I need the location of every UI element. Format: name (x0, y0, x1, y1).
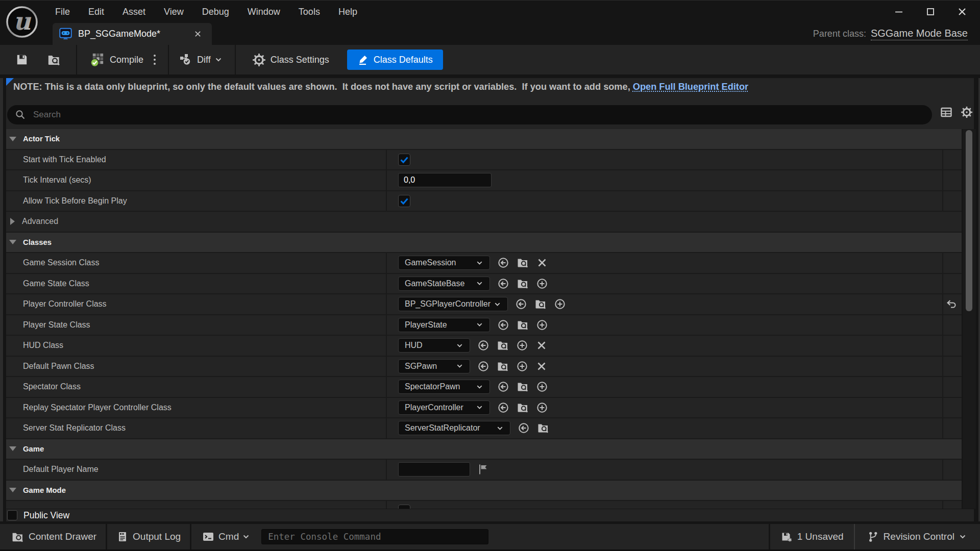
browse-asset-icon[interactable] (517, 319, 529, 331)
flag-icon[interactable] (477, 463, 489, 475)
collapse-arrow-icon[interactable] (9, 240, 16, 244)
browse-asset-icon[interactable] (517, 278, 529, 290)
content-drawer-label[interactable]: Content Drawer (29, 531, 96, 542)
close-button[interactable] (953, 4, 971, 19)
property-checkbox[interactable] (398, 505, 410, 509)
menu-asset[interactable]: Asset (113, 7, 155, 17)
unreal-engine-logo-icon[interactable]: u (6, 6, 38, 38)
add-icon[interactable] (536, 278, 548, 290)
class-dropdown[interactable]: SpectatorPawn (398, 380, 490, 394)
use-asset-icon[interactable] (477, 339, 489, 352)
compile-label[interactable]: Compile (110, 55, 143, 65)
add-icon[interactable] (536, 319, 548, 331)
unsaved-icon[interactable] (780, 531, 793, 543)
collapse-arrow-icon[interactable] (9, 137, 16, 141)
class-dropdown[interactable]: GameSession (398, 256, 490, 270)
collapse-arrow-icon[interactable] (9, 488, 16, 492)
class-dropdown[interactable]: ServerStatReplicator (398, 421, 510, 435)
search-input[interactable]: Search (7, 105, 932, 124)
compile-icon[interactable] (89, 52, 105, 68)
add-icon[interactable] (516, 360, 528, 372)
menu-file[interactable]: File (46, 7, 79, 17)
class-dropdown[interactable]: PlayerController (398, 400, 490, 415)
browse-asset-icon[interactable] (497, 339, 509, 352)
class-dropdown[interactable]: HUD (398, 338, 470, 353)
output-log-icon[interactable] (117, 531, 128, 542)
diff-icon[interactable] (179, 53, 193, 67)
revision-control-branch-icon[interactable] (867, 531, 879, 543)
menu-window[interactable]: Window (238, 7, 289, 17)
parent-class-link[interactable]: SGGame Mode Base (871, 28, 968, 40)
revision-chevron-down-icon[interactable] (959, 533, 967, 541)
class-dropdown[interactable]: PlayerState (398, 318, 490, 332)
class-defaults-button[interactable]: Class Defaults (347, 49, 443, 70)
unsaved-label[interactable]: 1 Unsaved (797, 531, 844, 542)
property-label: Spectator Class (6, 377, 387, 397)
add-icon[interactable] (536, 402, 548, 414)
use-asset-icon[interactable] (497, 278, 509, 290)
cmd-chevron-down-icon[interactable] (242, 533, 250, 541)
property-checkbox[interactable] (398, 195, 410, 207)
compile-options-dots-icon[interactable] (150, 53, 160, 66)
save-icon[interactable] (15, 53, 29, 66)
public-view-checkbox[interactable] (7, 510, 17, 520)
open-full-blueprint-editor-link[interactable]: Open Full Blueprint Editor (633, 82, 748, 92)
use-asset-icon[interactable] (515, 298, 527, 310)
reset-to-default-icon[interactable] (945, 298, 958, 310)
diff-label[interactable]: Diff (197, 55, 211, 65)
browse-asset-icon[interactable] (517, 402, 529, 414)
asset-tab[interactable]: BP_SGGameMode* (53, 23, 212, 45)
use-asset-icon[interactable] (477, 360, 489, 372)
clear-icon[interactable] (535, 339, 548, 352)
property-row (6, 501, 962, 509)
settings-gear-icon[interactable] (961, 106, 973, 118)
use-asset-icon[interactable] (497, 257, 509, 269)
browse-asset-icon[interactable] (517, 257, 529, 269)
use-asset-icon[interactable] (497, 381, 509, 393)
add-icon[interactable] (536, 381, 548, 393)
revision-control-label[interactable]: Revision Control (884, 531, 954, 542)
tab-close-icon[interactable] (194, 30, 202, 38)
class-dropdown[interactable]: BP_SGPlayerController (398, 297, 508, 311)
display-filter-table-icon[interactable] (940, 106, 952, 118)
diff-chevron-down-icon[interactable] (214, 56, 223, 64)
maximize-button[interactable] (922, 4, 939, 19)
console-command-input[interactable]: Enter Console Command (261, 529, 488, 544)
clear-icon[interactable] (536, 257, 548, 269)
content-drawer-icon[interactable] (11, 531, 24, 543)
scrollbar-track[interactable] (963, 129, 976, 509)
minimize-button[interactable] (890, 4, 908, 19)
cmd-label[interactable]: Cmd (218, 531, 239, 542)
browse-asset-icon[interactable] (517, 381, 529, 393)
property-label: HUD Class (6, 336, 387, 356)
toolbar-separator (235, 45, 236, 74)
use-asset-icon[interactable] (518, 422, 530, 434)
class-settings-gear-icon[interactable] (252, 53, 266, 67)
use-asset-icon[interactable] (497, 319, 509, 331)
cmd-terminal-icon[interactable] (202, 531, 214, 543)
menu-help[interactable]: Help (329, 7, 366, 17)
browse-asset-icon[interactable] (497, 360, 509, 372)
class-dropdown[interactable]: SGPawn (398, 359, 470, 373)
menu-view[interactable]: View (155, 7, 193, 17)
scrollbar-thumb[interactable] (966, 130, 972, 311)
menu-edit[interactable]: Edit (79, 7, 113, 17)
expand-arrow-icon[interactable] (10, 218, 15, 225)
use-asset-icon[interactable] (497, 402, 509, 414)
property-checkbox[interactable] (398, 154, 410, 166)
class-settings-label[interactable]: Class Settings (271, 55, 329, 65)
class-dropdown[interactable]: GameStateBase (398, 277, 490, 291)
menu-debug[interactable]: Debug (193, 7, 238, 17)
add-icon[interactable] (554, 298, 566, 310)
browse-asset-icon[interactable] (534, 298, 547, 310)
svg-text:u: u (13, 7, 32, 35)
clear-icon[interactable] (535, 360, 548, 372)
menu-tools[interactable]: Tools (289, 7, 329, 17)
add-icon[interactable] (516, 339, 528, 352)
browse-to-asset-icon[interactable] (47, 53, 61, 67)
browse-asset-icon[interactable] (537, 422, 549, 434)
collapse-arrow-icon[interactable] (9, 446, 16, 451)
property-text-input[interactable]: 0,0 (398, 173, 492, 187)
property-text-input[interactable] (398, 462, 470, 477)
output-log-label[interactable]: Output Log (133, 531, 181, 542)
